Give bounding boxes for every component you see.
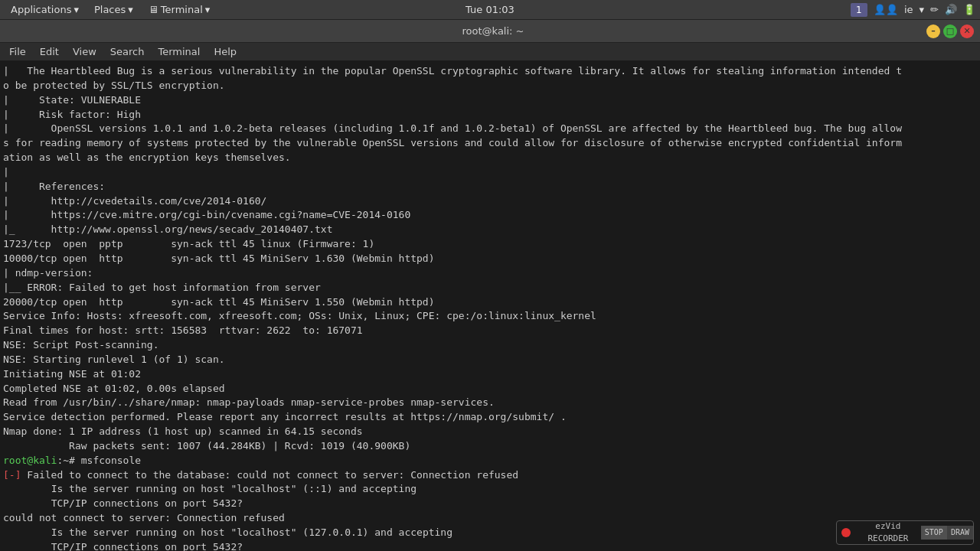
msf-line: could not connect to server: Connection … bbox=[3, 511, 977, 526]
places-label: Places bbox=[94, 4, 126, 15]
terminal-line: Service detection performed. Please repo… bbox=[3, 410, 977, 425]
terminal-line: | http://cvedetails.com/cve/2014-0160/ bbox=[3, 194, 977, 209]
terminal-line: Service Info: Hosts: xfreesoft.com, xfre… bbox=[3, 309, 977, 324]
terminal-line: | References: bbox=[3, 180, 977, 194]
stop-button[interactable]: STOP bbox=[921, 526, 947, 540]
applications-menu[interactable]: Applications ▾ bbox=[5, 2, 85, 17]
msf-line: TCP/IP connections on port 5432? bbox=[3, 497, 977, 511]
terminal-line: NSE: Starting runlevel 1 (of 1) scan. bbox=[3, 353, 977, 367]
terminal-line: | Risk factor: High bbox=[3, 108, 977, 122]
places-arrow: ▾ bbox=[128, 4, 133, 15]
terminal-line: 20000/tcp open http syn-ack ttl 45 MiniS… bbox=[3, 295, 977, 310]
applications-arrow: ▾ bbox=[74, 4, 79, 15]
menu-view[interactable]: View bbox=[67, 44, 103, 59]
system-bar: Applications ▾ Places ▾ 🖥 Terminal ▾ Tue… bbox=[0, 0, 980, 20]
terminal-line: | ndmp-version: bbox=[3, 266, 977, 281]
volume-icon: 🔊 bbox=[945, 4, 957, 15]
msf-line: Is the server running on host "localhost… bbox=[3, 526, 977, 540]
terminal-line: ation as well as the encryption keys the… bbox=[3, 151, 977, 165]
msf-line: [-] Failed to connect to the database: c… bbox=[3, 468, 977, 483]
prompt-path: :~# bbox=[57, 455, 74, 466]
terminal-line: | State: VULNERABLE bbox=[3, 93, 977, 108]
menu-search[interactable]: Search bbox=[104, 44, 151, 59]
terminal-line: Read from /usr/bin/../share/nmap: nmap-p… bbox=[3, 396, 977, 410]
menu-file[interactable]: File bbox=[3, 44, 32, 59]
terminal-line: NSE: Script Post-scanning. bbox=[3, 338, 977, 353]
terminal-line: Initiating NSE at 01:02 bbox=[3, 367, 977, 382]
recorder-overlay: ezVidRECORDER STOP DRAW bbox=[836, 520, 974, 545]
terminal-line: | https://cve.mitre.org/cgi-bin/cvename.… bbox=[3, 208, 977, 223]
user-label: ie bbox=[904, 4, 913, 15]
menu-help[interactable]: Help bbox=[207, 44, 243, 59]
terminal-line: |_ http://www.openssl.org/news/secadv_20… bbox=[3, 223, 977, 237]
terminal-line: o be protected by SSL/TLS encryption. bbox=[3, 79, 977, 93]
user-arrow: ▾ bbox=[920, 4, 925, 15]
terminal-line: | bbox=[3, 165, 977, 180]
network-icon: ✏ bbox=[930, 4, 939, 15]
recording-indicator bbox=[841, 528, 851, 537]
recorder-brand: ezVidRECORDER bbox=[855, 520, 921, 545]
workspace-badge[interactable]: 1 bbox=[851, 3, 867, 17]
terminal-line: Raw packets sent: 1007 (44.284KB) | Rcvd… bbox=[3, 439, 977, 454]
window-controls: – □ ✕ bbox=[926, 24, 974, 38]
menu-edit[interactable]: Edit bbox=[34, 44, 65, 59]
msf-line: TCP/IP connections on port 5432? bbox=[3, 540, 977, 551]
terminal-line: Final times for host: srtt: 156583 rttva… bbox=[3, 324, 977, 338]
minimize-button[interactable]: – bbox=[926, 24, 940, 38]
terminal-title: root@kali: ~ bbox=[60, 25, 926, 37]
terminal-menu[interactable]: 🖥 Terminal ▾ bbox=[142, 2, 216, 17]
terminal-prompt: root@kali:~# msfconsole bbox=[3, 454, 977, 468]
sys-bar-right: 1 👤👤 ie ▾ ✏ 🔊 🔋 bbox=[851, 3, 975, 17]
menu-bar: File Edit View Search Terminal Help bbox=[0, 43, 980, 61]
sys-bar-left: Applications ▾ Places ▾ 🖥 Terminal ▾ bbox=[5, 2, 216, 17]
terminal-output: | The Heartbleed Bug is a serious vulner… bbox=[3, 64, 977, 551]
terminal-titlebar: root@kali: ~ – □ ✕ bbox=[0, 20, 980, 43]
draw-button[interactable]: DRAW bbox=[947, 526, 973, 540]
terminal-line: |__ ERROR: Failed to get host informatio… bbox=[3, 281, 977, 295]
terminal-line: s for reading memory of systems protecte… bbox=[3, 136, 977, 151]
close-button[interactable]: ✕ bbox=[960, 24, 974, 38]
places-menu[interactable]: Places ▾ bbox=[88, 2, 139, 17]
maximize-button[interactable]: □ bbox=[943, 24, 957, 38]
terminal-line: | OpenSSL versions 1.0.1 and 1.0.2-beta … bbox=[3, 122, 977, 136]
battery-icon: 🔋 bbox=[963, 4, 975, 15]
terminal-arrow: ▾ bbox=[205, 4, 211, 15]
user-icon: 👤👤 bbox=[874, 4, 898, 15]
terminal-label: Terminal bbox=[161, 4, 203, 15]
terminal-window: root@kali: ~ – □ ✕ File Edit View Search… bbox=[0, 20, 980, 551]
terminal-icon: 🖥 bbox=[149, 4, 158, 15]
menu-terminal[interactable]: Terminal bbox=[152, 44, 206, 59]
msf-line: Is the server running on host "localhost… bbox=[3, 482, 977, 497]
prompt-command: msfconsole bbox=[75, 455, 141, 466]
applications-label: Applications bbox=[11, 4, 71, 15]
terminal-line: 1723/tcp open pptp syn-ack ttl 45 linux … bbox=[3, 237, 977, 252]
terminal-line: Nmap done: 1 IP address (1 host up) scan… bbox=[3, 425, 977, 439]
terminal-line: | The Heartbleed Bug is a serious vulner… bbox=[3, 64, 977, 79]
prompt-user: root@kali bbox=[3, 455, 57, 466]
terminal-line: 10000/tcp open http syn-ack ttl 45 MiniS… bbox=[3, 252, 977, 266]
terminal-line: Completed NSE at 01:02, 0.00s elapsed bbox=[3, 382, 977, 396]
terminal-content[interactable]: | The Heartbleed Bug is a serious vulner… bbox=[0, 61, 980, 551]
clock: Tue 01:03 bbox=[466, 4, 514, 15]
